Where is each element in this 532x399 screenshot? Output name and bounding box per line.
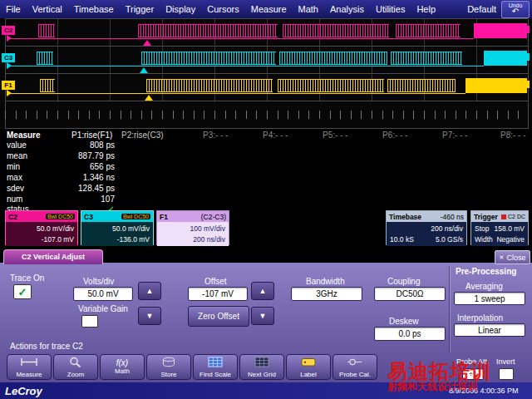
menu-item-trigger[interactable]: Trigger (120, 4, 160, 14)
c3-trace[interactable]: C3 (0, 46, 532, 73)
c3-descriptor-box[interactable]: C3 Bwl DC50 50.0 mV/div -136.0 mV (81, 210, 154, 245)
f1-baseline (7, 93, 466, 94)
action-probe-cal-button[interactable]: Probe Cal. (332, 354, 377, 380)
deskew-label: Deskew (389, 317, 419, 326)
measure-col-p7[interactable]: P7:- - - (442, 131, 468, 140)
f1-offset-marker[interactable] (7, 90, 12, 96)
trigger-descriptor-name: Trigger (474, 213, 498, 221)
measure-col-p2[interactable]: P2:rise(C3) (121, 131, 164, 140)
volts-div-decrease-button[interactable]: ▼ (138, 307, 161, 325)
measure-table-title: Measure (7, 131, 41, 140)
action-measure-button[interactable]: Measure (7, 354, 52, 380)
close-icon: ✕ (500, 254, 505, 261)
c3-waveform-burst (391, 52, 462, 65)
variable-gain-label: Variable Gain (78, 304, 128, 313)
f1-source: (C2-C3) (201, 213, 226, 221)
action-measure-label: Measure (16, 372, 42, 378)
c2-offset-marker[interactable] (7, 35, 12, 42)
zoom-icon (66, 356, 86, 371)
measure-col-p5[interactable]: P5:- - - (323, 131, 348, 140)
c2-offset: -107.0 mV (9, 235, 74, 244)
coupling-label: Coupling (387, 277, 420, 286)
f1-waveform-burst (146, 79, 273, 92)
menu-item-display[interactable]: Display (160, 4, 201, 14)
coupling-input[interactable]: DC50Ω (374, 287, 446, 301)
action-find-scale-button[interactable]: Find Scale (193, 354, 238, 380)
c2-descriptor-box[interactable]: C2 Bwl DC50 50.0 mV/div -107.0 mV (5, 210, 78, 245)
action-zoom-button[interactable]: Zoom (53, 354, 98, 380)
action-next-grid-button[interactable]: Next Grid (239, 354, 284, 380)
zero-offset-button[interactable]: Zero Offset (188, 306, 249, 327)
c2-waveform-burst (38, 24, 55, 37)
math-fx-icon: f(x) (116, 359, 128, 367)
f1-waveform-burst (387, 79, 456, 92)
undo-button[interactable]: Undo ↶ (501, 1, 530, 18)
c3-waveform-burst (279, 52, 387, 65)
action-store-button[interactable]: Store (146, 354, 191, 380)
action-label-button[interactable]: Label (286, 354, 331, 380)
store-icon (159, 356, 179, 371)
action-zoom-label: Zoom (67, 372, 84, 378)
c3-waveform-block (484, 51, 527, 66)
offset-input[interactable]: -107 mV (188, 287, 248, 301)
menu-item-help[interactable]: Help (411, 4, 441, 14)
volts-div-increase-button[interactable]: ▲ (138, 282, 161, 300)
averaging-input[interactable]: 1 sweep (454, 292, 525, 305)
f1-trace[interactable]: F1 (0, 73, 532, 101)
c2-trace-label[interactable]: C2 (2, 26, 15, 35)
arrow-up-icon: ▲ (259, 287, 267, 295)
measure-value: 1.346 ns (55, 173, 115, 182)
menu-item-timebase[interactable]: Timebase (68, 4, 120, 14)
measure-col-p6[interactable]: P6:- - - (382, 131, 408, 140)
f1-trigger-position-marker[interactable] (145, 95, 153, 101)
invert-checkbox[interactable] (499, 368, 514, 380)
undo-icon: ↶ (512, 7, 519, 16)
menu-item-utilities[interactable]: Utilities (370, 4, 411, 14)
measure-col-p4[interactable]: P4:- - - (263, 131, 288, 140)
offset-decrease-button[interactable]: ▼ (251, 307, 274, 325)
menu-item-analysis[interactable]: Analysis (324, 4, 370, 14)
menu-item-measure[interactable]: Measure (245, 4, 293, 14)
close-button[interactable]: ✕ Close (495, 250, 530, 264)
timebase-position: -460 ns (441, 213, 464, 221)
measure-col-p1[interactable]: P1:rise(F1) (71, 131, 112, 140)
f1-descriptor-box[interactable]: F1 (C2-C3) 100 mV/div 200 ns/div (156, 210, 229, 245)
menu-item-math[interactable]: Math (293, 4, 324, 14)
measure-col-p8[interactable]: P8:- - - (500, 131, 526, 140)
bandwidth-input[interactable]: 3GHz (291, 287, 362, 301)
action-label-label: Label (300, 372, 317, 378)
timebase-descriptor-box[interactable]: Timebase -460 ns 200 ns/div 10.0 kS 5.0 … (386, 210, 467, 245)
f1-trace-label[interactable]: F1 (2, 81, 15, 90)
action-math-button[interactable]: f(x) Math (100, 354, 145, 380)
default-setup-label[interactable]: Default (462, 4, 501, 14)
c2-trigger-position-marker[interactable] (143, 40, 151, 46)
timebase-descriptor-name: Timebase (389, 213, 421, 221)
trigger-descriptor-box[interactable]: Trigger C2 DC Stop 158.0 mV Width Negati… (470, 210, 529, 245)
invert-label: Invert (496, 357, 515, 366)
c3-offset-marker[interactable] (7, 62, 12, 69)
c3-trace-label[interactable]: C3 (2, 53, 15, 62)
measure-value: 656 ps (55, 162, 115, 171)
trace-on-checkbox[interactable]: ✓ (13, 284, 32, 299)
menu-item-cursors[interactable]: Cursors (201, 4, 245, 14)
trigger-mode: Stop (475, 224, 490, 233)
tab-c2-vertical-adjust[interactable]: C2 Vertical Adjust (3, 249, 103, 264)
menu-item-vertical[interactable]: Vertical (27, 4, 68, 14)
c2-waveform-burst (283, 24, 389, 37)
deskew-input[interactable]: 0.0 ps (374, 327, 446, 341)
c2-descriptor-name: C2 (8, 213, 17, 221)
interpolation-input[interactable]: Linear (454, 323, 525, 337)
offset-increase-button[interactable]: ▲ (251, 282, 274, 300)
measure-row-label: mean (7, 151, 27, 160)
c3-trigger-position-marker[interactable] (140, 67, 148, 73)
c2-baseline (7, 38, 474, 39)
measure-icon (19, 356, 39, 371)
menu-item-file[interactable]: File (0, 4, 27, 14)
c2-trace[interactable]: C2 (0, 18, 532, 46)
action-math-label: Math (115, 368, 130, 375)
measure-col-p3[interactable]: P3:- - - (203, 131, 229, 140)
volts-div-input[interactable]: 50.0 mV (73, 287, 133, 301)
variable-gain-checkbox[interactable] (81, 315, 98, 328)
action-probe-cal-label: Probe Cal. (339, 372, 371, 378)
waveform-display[interactable]: C2 C3 F1 (0, 18, 532, 129)
